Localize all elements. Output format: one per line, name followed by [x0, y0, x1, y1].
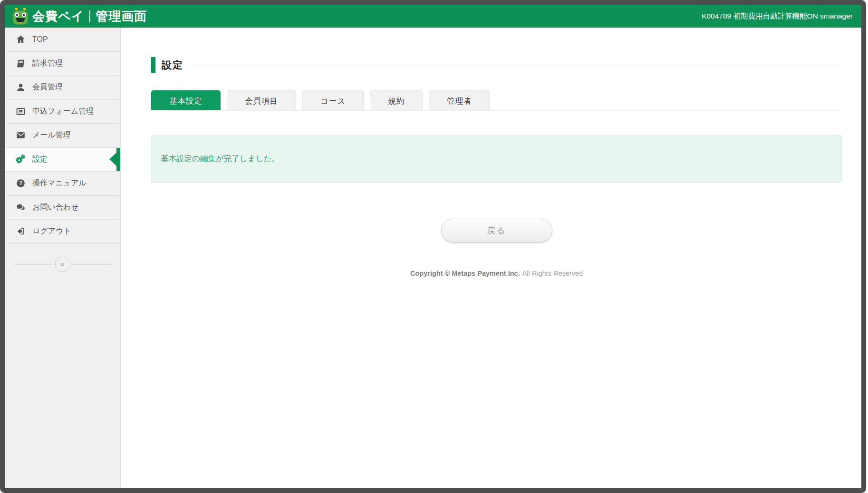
form-icon	[15, 106, 26, 117]
title-accent-bar	[151, 57, 155, 73]
copyright-rights: All Rights Reserved	[522, 270, 583, 277]
back-button[interactable]: 戻る	[441, 219, 552, 242]
brand-suffix: 管理画面	[96, 8, 147, 25]
sidebar-item-label: 申込フォーム管理	[32, 106, 94, 116]
tab-courses[interactable]: コース	[302, 90, 364, 110]
sidebar-item-label: 操作マニュアル	[32, 178, 87, 188]
button-row: 戻る	[151, 219, 842, 242]
help-icon: ?	[15, 178, 26, 189]
sidebar-collapse-row: «	[5, 253, 120, 275]
main-content: 設定 基本設定 会員項目 コース 規約 管理者 基本設定の編集が完了しました。 …	[121, 28, 861, 488]
sidebar-item-members[interactable]: 会員管理	[5, 76, 120, 100]
sidebar-item-contact[interactable]: お問い合わせ	[5, 196, 120, 220]
sidebar-item-mail[interactable]: メール管理	[5, 124, 120, 148]
header-bar: 会費ペイ 管理画面 K004789 初期費用自動計算機能ON smanager	[5, 5, 861, 28]
sidebar-item-settings[interactable]: 設定	[5, 148, 120, 172]
brand-name: 会費ペイ	[32, 8, 84, 25]
tab-terms[interactable]: 規約	[370, 90, 423, 110]
sidebar-item-label: 請求管理	[32, 58, 63, 68]
settings-tabs: 基本設定 会員項目 コース 規約 管理者	[151, 90, 842, 111]
user-icon	[15, 82, 26, 93]
sidebar-item-label: メール管理	[32, 130, 71, 140]
page-title: 設定	[162, 58, 183, 72]
brand-divider	[89, 10, 90, 22]
title-rule	[193, 65, 842, 65]
app-window: 会費ペイ 管理画面 K004789 初期費用自動計算機能ON smanager …	[0, 0, 866, 493]
account-info: K004789 初期費用自動計算機能ON smanager	[702, 11, 853, 21]
sidebar-item-top[interactable]: TOP	[5, 28, 120, 52]
sidebar-item-logout[interactable]: ログアウト	[5, 220, 120, 244]
chat-icon	[15, 202, 26, 213]
sidebar-item-manual[interactable]: ? 操作マニュアル	[5, 172, 120, 196]
sidebar-nav: TOP 請求管理 会員管理 申込フォーム管理	[5, 28, 121, 488]
copyright-notice: Copyright © Metaps Payment Inc.All Right…	[151, 270, 842, 277]
book-icon	[15, 58, 26, 69]
sidebar-item-application-forms[interactable]: 申込フォーム管理	[5, 100, 120, 124]
svg-text:?: ?	[19, 181, 22, 186]
sidebar-item-label: 設定	[32, 155, 48, 164]
logout-icon	[15, 226, 26, 237]
page-title-row: 設定	[151, 57, 842, 73]
copyright-company: Copyright © Metaps Payment Inc.	[410, 270, 520, 277]
success-message: 基本設定の編集が完了しました。	[151, 135, 842, 183]
sidebar-collapse-button[interactable]: «	[55, 256, 70, 272]
home-icon	[15, 34, 26, 45]
active-item-marker	[116, 148, 120, 172]
sidebar-item-label: TOP	[32, 35, 48, 44]
sidebar-item-label: ログアウト	[32, 226, 71, 236]
tab-member-fields[interactable]: 会員項目	[227, 90, 296, 110]
mail-icon	[15, 130, 26, 141]
tab-administrators[interactable]: 管理者	[429, 90, 490, 110]
kaihipay-mascot-logo	[11, 7, 29, 26]
tab-basic-settings[interactable]: 基本設定	[151, 90, 221, 110]
sidebar-item-billing[interactable]: 請求管理	[5, 52, 120, 76]
sidebar-item-label: お問い合わせ	[32, 203, 79, 213]
sidebar-item-label: 会員管理	[32, 82, 63, 92]
gears-icon	[15, 154, 26, 165]
